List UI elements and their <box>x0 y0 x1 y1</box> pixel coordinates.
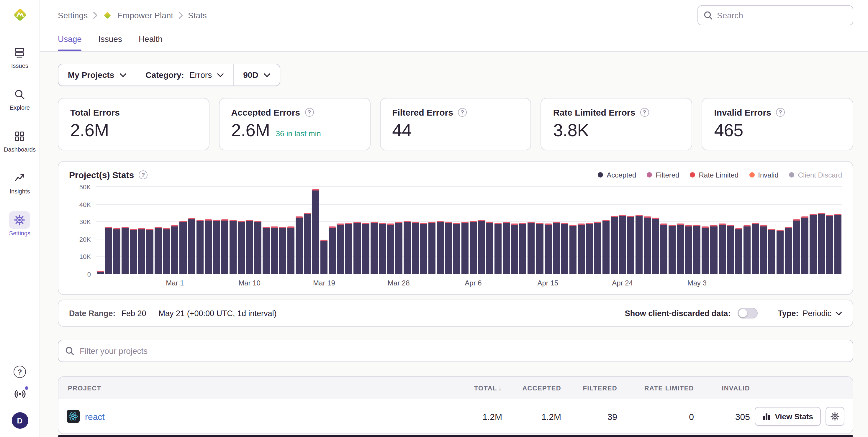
category-selector[interactable]: Category: Errors <box>135 64 233 86</box>
info-icon[interactable]: ? <box>776 108 785 117</box>
col-rate-limited[interactable]: RATE LIMITED <box>620 384 696 391</box>
whats-new-button[interactable] <box>13 388 26 403</box>
chart-bar <box>495 223 502 274</box>
chart-bars <box>96 187 842 274</box>
chart-bar <box>262 227 270 274</box>
project-selector[interactable]: My Projects <box>58 64 135 86</box>
chart-bar <box>122 227 129 274</box>
chart-bar <box>345 223 352 274</box>
legend-item[interactable]: Client Discard <box>789 171 842 179</box>
sidebar: Issues Explore Dashboards <box>0 0 40 437</box>
info-icon[interactable]: ? <box>458 108 467 117</box>
issues-icon <box>9 44 30 61</box>
view-stats-button[interactable]: View Stats <box>755 407 821 426</box>
cell-total: 1.2M <box>422 411 504 422</box>
breadcrumb-settings[interactable]: Settings <box>58 11 88 20</box>
breadcrumb-project[interactable]: Empower Plant <box>117 11 173 20</box>
date-period-selector[interactable]: 90D <box>233 64 279 86</box>
col-filtered[interactable]: FILTERED <box>563 384 620 391</box>
chart-bar <box>221 220 228 274</box>
col-invalid[interactable]: INVALID <box>696 384 752 391</box>
chart-title: Project(s) Stats <box>69 170 134 180</box>
chart-bar <box>453 223 460 274</box>
help-icon[interactable]: ? <box>13 366 26 378</box>
global-search <box>698 5 853 25</box>
legend-item[interactable]: Rate Limited <box>690 171 739 179</box>
info-icon[interactable]: ? <box>139 170 148 179</box>
chart-bar <box>834 214 841 274</box>
sidebar-nav: Issues Explore Dashboards <box>4 44 36 236</box>
gear-icon <box>9 211 30 229</box>
chart-bar <box>702 226 709 274</box>
chart-bar <box>810 214 817 274</box>
sidebar-item-label: Dashboards <box>4 146 36 153</box>
legend-label: Rate Limited <box>699 171 739 179</box>
chart-bar <box>155 227 162 274</box>
chart-bar <box>362 223 369 274</box>
tab-issues[interactable]: Issues <box>98 34 122 51</box>
legend-dot <box>749 172 754 177</box>
search-input[interactable] <box>698 5 853 25</box>
info-icon[interactable]: ? <box>305 108 314 117</box>
chart-bar <box>304 213 311 274</box>
broadcast-icon <box>13 388 26 400</box>
type-selector[interactable]: Type: Periodic <box>778 309 842 317</box>
chart-bar <box>387 224 394 274</box>
y-tick-label: 40K <box>80 201 91 208</box>
chart-bar <box>188 218 195 274</box>
legend-item[interactable]: Accepted <box>598 171 636 179</box>
chart-bar <box>636 215 643 274</box>
client-discard-toggle[interactable] <box>738 308 758 318</box>
chart-area: 010K20K30K40K50K <box>69 187 842 274</box>
chevron-down-icon <box>217 73 224 77</box>
chart-bar <box>536 223 543 274</box>
chart-y-axis: 010K20K30K40K50K <box>69 187 96 274</box>
sidebar-item-explore[interactable]: Explore <box>9 86 30 111</box>
col-total[interactable]: TOTAL↓ <box>422 383 504 392</box>
card-rate-limited-errors: Rate Limited Errors ? 3.8K <box>541 98 692 150</box>
chart-bar <box>760 225 767 274</box>
chart-bar <box>279 227 286 274</box>
project-settings-button[interactable] <box>826 407 844 426</box>
legend-item[interactable]: Invalid <box>749 171 778 179</box>
legend-item[interactable]: Filtered <box>647 171 679 179</box>
chart-bar <box>370 222 377 274</box>
sidebar-item-dashboards[interactable]: Dashboards <box>4 127 36 153</box>
tab-health[interactable]: Health <box>139 34 162 51</box>
breadcrumb-stats[interactable]: Stats <box>188 11 207 20</box>
cell-accepted: 1.2M <box>504 411 563 422</box>
info-icon[interactable]: ? <box>640 108 649 117</box>
sidebar-item-insights[interactable]: Insights <box>9 169 30 195</box>
date-range-label: Date Range: <box>69 309 116 317</box>
chart-bar <box>511 224 518 274</box>
type-label: Type: <box>778 309 798 317</box>
col-project[interactable]: PROJECT <box>58 384 422 391</box>
avatar[interactable]: D <box>11 412 28 429</box>
sidebar-item-issues[interactable]: Issues <box>9 44 30 69</box>
sidebar-item-settings[interactable]: Settings <box>9 211 30 236</box>
sentry-logo[interactable] <box>11 6 29 26</box>
chart-plot <box>96 187 842 274</box>
project-filter <box>58 340 853 362</box>
cell-filtered: 39 <box>563 411 620 422</box>
category-label: Category: <box>146 70 184 79</box>
card-value: 3.8K <box>553 120 589 140</box>
legend-dot <box>690 172 695 177</box>
card-value: 2.6M <box>70 120 109 140</box>
chart-bar <box>97 271 104 274</box>
project-filter-input[interactable] <box>58 340 853 362</box>
date-range-bar: Date Range: Feb 20 — May 21 (+00:00 UTC,… <box>58 300 853 327</box>
chart-bar <box>229 220 237 274</box>
chart-bar <box>321 240 328 274</box>
sidebar-item-label: Settings <box>9 230 30 236</box>
card-value: 2.6M <box>231 120 270 140</box>
col-accepted[interactable]: ACCEPTED <box>504 384 563 391</box>
chart-bar <box>801 217 808 274</box>
cell-rate-limited: 0 <box>620 411 696 422</box>
project-link[interactable]: react <box>85 411 105 422</box>
tab-usage[interactable]: Usage <box>58 34 82 51</box>
chart-bar <box>694 225 701 274</box>
chart-bar <box>594 222 601 274</box>
chart-bar <box>437 221 444 274</box>
chart-bar <box>768 229 775 274</box>
